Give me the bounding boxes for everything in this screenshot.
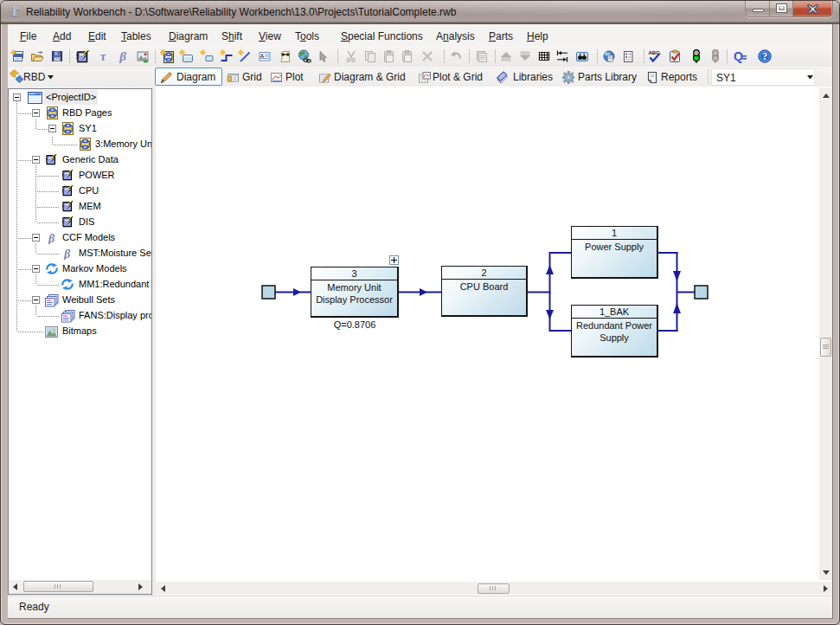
svg-text:r: r (12, 3, 20, 20)
svg-text:?: ? (762, 51, 767, 61)
svg-text:β: β (63, 248, 71, 261)
svg-text:Q: Q (734, 49, 743, 63)
svg-text:β: β (48, 232, 55, 245)
svg-text:A: A (260, 53, 265, 59)
svg-text:β: β (119, 49, 126, 63)
svg-text:τ: τ (100, 49, 107, 63)
